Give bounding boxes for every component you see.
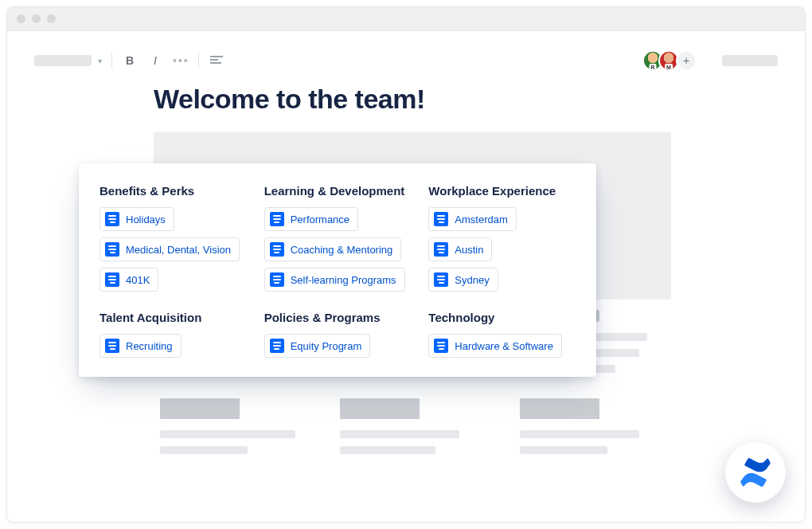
chip-list: AmsterdamAustinSydney bbox=[428, 207, 579, 292]
plus-icon: + bbox=[683, 54, 689, 67]
card-column: TechnologyHardware & Software bbox=[428, 311, 579, 358]
page-link-chip[interactable]: Hardware & Software bbox=[428, 334, 562, 358]
page-link-chip[interactable]: Austin bbox=[428, 237, 492, 261]
chip-label: Self-learning Programs bbox=[291, 274, 396, 286]
chip-label: Holidays bbox=[126, 214, 166, 225]
chip-list: Equity Program bbox=[264, 334, 415, 358]
chip-list: HolidaysMedical, Dental, Vision401K bbox=[100, 207, 250, 292]
align-button[interactable] bbox=[209, 54, 224, 68]
document-icon bbox=[434, 212, 448, 226]
skeleton-block bbox=[520, 398, 599, 419]
window-control-close[interactable] bbox=[17, 14, 25, 23]
chip-list: Recruiting bbox=[100, 334, 250, 358]
document-icon bbox=[105, 242, 119, 257]
avatar-badge: M bbox=[665, 64, 673, 71]
chip-label: Coaching & Mentoring bbox=[291, 244, 393, 256]
chip-label: Sydney bbox=[455, 274, 489, 286]
page-link-chip[interactable]: Coaching & Mentoring bbox=[264, 237, 402, 261]
italic-button[interactable]: I bbox=[147, 54, 163, 67]
toolbar-divider bbox=[111, 53, 112, 69]
chip-label: Equity Program bbox=[291, 340, 362, 352]
window-control-minimize[interactable] bbox=[32, 14, 41, 23]
skeleton-line bbox=[520, 446, 607, 454]
card-column-title: Workplace Experience bbox=[428, 184, 579, 198]
chip-label: 401K bbox=[126, 274, 150, 286]
toolbar-action-placeholder[interactable] bbox=[722, 55, 778, 66]
page-link-chip[interactable]: 401K bbox=[100, 268, 158, 292]
collaborator-avatars: R M + bbox=[642, 50, 697, 71]
confluence-icon bbox=[738, 455, 773, 490]
more-formatting-button[interactable]: ••• bbox=[173, 54, 189, 67]
skeleton-line bbox=[160, 446, 248, 454]
document-icon bbox=[270, 272, 284, 287]
document-icon bbox=[105, 339, 119, 353]
chip-label: Medical, Dental, Vision bbox=[126, 244, 231, 256]
chip-list: Hardware & Software bbox=[428, 334, 579, 358]
align-left-icon bbox=[210, 54, 223, 65]
text-style-select[interactable] bbox=[34, 55, 92, 66]
card-column: Talent AcquisitionRecruiting bbox=[100, 311, 250, 358]
chevron-down-icon: ▾ bbox=[98, 57, 102, 65]
app-window: ▾ B I ••• R M + Welcome to the team! bbox=[6, 6, 806, 523]
page-link-chip[interactable]: Holidays bbox=[100, 207, 174, 231]
document-icon bbox=[105, 212, 119, 226]
card-column-title: Talent Acquisition bbox=[100, 311, 250, 324]
skeleton-block bbox=[340, 398, 420, 419]
skeleton-line bbox=[340, 430, 459, 438]
add-collaborator-button[interactable]: + bbox=[676, 50, 697, 71]
document-icon bbox=[105, 272, 119, 287]
document-icon bbox=[270, 242, 284, 257]
page-link-chip[interactable]: Equity Program bbox=[264, 334, 371, 358]
confluence-logo[interactable] bbox=[725, 442, 786, 503]
resources-card: Benefits & PerksHolidaysMedical, Dental,… bbox=[79, 163, 596, 377]
bold-button[interactable]: B bbox=[122, 54, 138, 67]
skeleton-line bbox=[520, 430, 639, 438]
chip-label: Recruiting bbox=[126, 340, 173, 352]
card-column: Policies & ProgramsEquity Program bbox=[264, 311, 415, 358]
skeleton-block bbox=[160, 398, 240, 419]
chip-label: Austin bbox=[455, 244, 483, 256]
card-column-title: Policies & Programs bbox=[264, 311, 415, 324]
document-icon bbox=[434, 339, 448, 353]
document-icon bbox=[270, 339, 284, 353]
chip-list: PerformanceCoaching & MentoringSelf-lear… bbox=[264, 207, 415, 292]
document-icon bbox=[270, 212, 284, 226]
chip-label: Performance bbox=[291, 214, 349, 225]
window-titlebar bbox=[7, 7, 805, 31]
page-link-chip[interactable]: Self-learning Programs bbox=[264, 268, 405, 292]
skeleton-line bbox=[340, 446, 435, 454]
card-column-title: Benefits & Perks bbox=[100, 184, 250, 198]
page-link-chip[interactable]: Performance bbox=[264, 207, 358, 231]
editor-toolbar: ▾ B I ••• R M + bbox=[7, 31, 805, 76]
window-control-maximize[interactable] bbox=[47, 14, 56, 23]
chip-label: Amsterdam bbox=[455, 214, 507, 225]
card-column: Workplace ExperienceAmsterdamAustinSydne… bbox=[428, 184, 579, 292]
avatar-badge: R bbox=[649, 64, 656, 71]
page-link-chip[interactable]: Medical, Dental, Vision bbox=[100, 237, 240, 261]
document-icon bbox=[434, 272, 448, 287]
page-link-chip[interactable]: Sydney bbox=[428, 268, 498, 292]
chip-label: Hardware & Software bbox=[455, 340, 553, 352]
page-title: Welcome to the team! bbox=[154, 84, 778, 115]
card-column: Learning & DevelopmentPerformanceCoachin… bbox=[264, 184, 415, 292]
card-column: Benefits & PerksHolidaysMedical, Dental,… bbox=[100, 184, 250, 292]
document-icon bbox=[434, 242, 448, 257]
card-column-title: Learning & Development bbox=[264, 184, 415, 198]
card-column-title: Technology bbox=[428, 311, 579, 324]
page-link-chip[interactable]: Recruiting bbox=[100, 334, 182, 358]
page-link-chip[interactable]: Amsterdam bbox=[428, 207, 516, 231]
skeleton-line bbox=[160, 430, 295, 438]
toolbar-divider bbox=[198, 53, 199, 69]
